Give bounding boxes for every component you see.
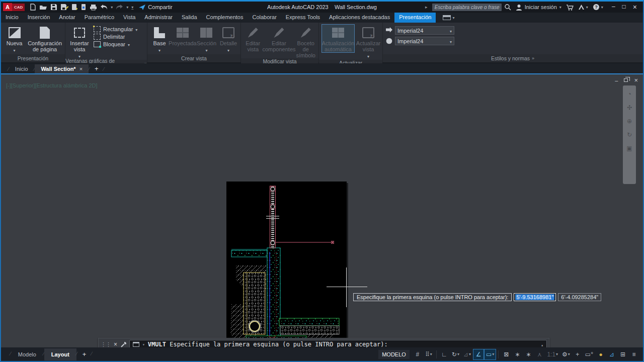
new-drawing-tab-button[interactable]: +: [90, 65, 104, 73]
recent-commands-caret-icon[interactable]: ▾: [142, 342, 145, 347]
command-history-expand-icon[interactable]: [541, 341, 543, 347]
tab-insercion[interactable]: Inserción: [23, 13, 55, 23]
bloquear-caret-icon[interactable]: [128, 41, 130, 47]
zoom-extents-icon[interactable]: ⊕: [627, 118, 632, 125]
annotation-scale-icon[interactable]: ⋏: [534, 349, 544, 359]
insertar-vista-button[interactable]: Insertar vista: [68, 25, 91, 60]
doc-close-button[interactable]: ×: [634, 76, 638, 84]
model-paper-toggle[interactable]: MODELO: [378, 350, 410, 359]
doc-restore-button[interactable]: [624, 78, 628, 82]
workspace-gear-button[interactable]: ⚙▾: [560, 349, 572, 359]
search-input[interactable]: Escriba palabra clave o frase: [432, 4, 502, 11]
standard-select-1[interactable]: Imperial24: [386, 26, 454, 35]
isometric-drafting-toggle[interactable]: ⊿▾: [462, 349, 472, 359]
customize-wrench-icon[interactable]: [120, 341, 127, 347]
tab-colaborar[interactable]: Colaborar: [248, 13, 281, 23]
undo-caret-icon[interactable]: ▾: [111, 5, 113, 10]
standard1-caret-icon[interactable]: [450, 28, 452, 34]
customization-menu-button[interactable]: ≡: [629, 349, 639, 359]
signin-caret-icon[interactable]: ▾: [559, 5, 561, 10]
selection-cycling-toggle[interactable]: ▭°: [584, 349, 595, 359]
autocad-logo-icon[interactable]: A: [3, 3, 12, 11]
minimize-button[interactable]: –: [612, 3, 615, 11]
palette-grip-handle[interactable]: ⋮⋮: [101, 341, 111, 348]
base-button[interactable]: Base: [150, 25, 169, 54]
showmotion-icon[interactable]: ▣: [626, 145, 632, 152]
file-tab-inicio[interactable]: Inicio: [9, 64, 34, 73]
nueva-caret-icon[interactable]: [14, 47, 16, 54]
close-button[interactable]: ×: [633, 3, 637, 11]
dynamic-input-y-field[interactable]: 6'-4.09285284": [558, 293, 601, 301]
tab-salida[interactable]: Salida: [177, 13, 202, 23]
search-expand-icon[interactable]: ▸: [425, 5, 428, 10]
plot-icon[interactable]: [90, 4, 97, 11]
tab-complementos[interactable]: Complementos: [202, 13, 248, 23]
file-tab-close-icon[interactable]: ×: [79, 66, 83, 72]
share-button[interactable]: Compartir: [138, 4, 172, 11]
annotation-monitor-toggle[interactable]: ∗: [523, 349, 533, 359]
tab-presentacion[interactable]: Presentación: [394, 13, 436, 23]
new-layout-button[interactable]: +: [77, 350, 92, 358]
qat-customize-icon[interactable]: ▾̲: [131, 5, 133, 10]
doc-minimize-button[interactable]: –: [615, 77, 618, 83]
object-snap-toggle[interactable]: ▭▾: [485, 349, 496, 359]
autodesk-app-button[interactable]: ▾: [578, 4, 588, 10]
tab-express-tools[interactable]: Express Tools: [281, 13, 325, 23]
panel-label-crear-vista[interactable]: Crear vista: [147, 54, 240, 62]
standard2-caret-icon[interactable]: [450, 38, 452, 44]
signin-button[interactable]: Iniciar sesión ▾: [516, 4, 561, 11]
clean-screen-button[interactable]: ⊞: [618, 349, 628, 359]
redo-caret-icon[interactable]: ▾: [126, 5, 128, 10]
upload-mobile-icon[interactable]: [71, 4, 77, 11]
command-line-palette[interactable]: ⋮⋮ × ▾ VMULT Especifique la primera esqu…: [98, 338, 549, 347]
app-store-cart-icon[interactable]: [566, 4, 574, 11]
rectangular-button[interactable]: Rectangular: [94, 26, 137, 32]
help-search[interactable]: Escriba palabra clave o frase: [432, 4, 511, 11]
snap-toggle[interactable]: ⠿▾: [424, 349, 434, 359]
save-icon[interactable]: [50, 4, 57, 11]
search-icon[interactable]: [504, 4, 511, 11]
redo-icon[interactable]: [116, 4, 123, 10]
viewport-controls-label[interactable]: [-][Superior][Estructura alámbrica 2D]: [6, 82, 98, 88]
panel-label-presentacion[interactable]: Presentación: [1, 54, 65, 62]
grid-toggle[interactable]: #: [413, 349, 423, 359]
navigation-bar[interactable]: ◔ ✣ ⊕ ↻ ▣: [623, 85, 636, 184]
tab-administrar[interactable]: Administrar: [140, 13, 177, 23]
customize-plus-button[interactable]: +: [573, 349, 583, 359]
save-as-icon[interactable]: [60, 4, 68, 11]
recent-commands-icon[interactable]: [133, 342, 139, 347]
layout-tab[interactable]: Layout: [44, 348, 76, 360]
orbit-icon[interactable]: ↻: [627, 131, 632, 138]
tab-anotar[interactable]: Anotar: [54, 13, 79, 23]
nueva-button[interactable]: Nueva: [4, 25, 25, 54]
delimitar-button[interactable]: Delimitar: [94, 34, 137, 40]
rectangular-caret-icon[interactable]: [135, 26, 137, 32]
paper-viewport[interactable]: [226, 182, 347, 347]
standard-select-2[interactable]: Imperial24: [386, 37, 454, 45]
model-space-tab[interactable]: Modelo: [11, 348, 43, 360]
maximize-button[interactable]: □: [622, 3, 626, 11]
ortho-toggle[interactable]: ∟: [439, 349, 449, 359]
file-tab-wall-section[interactable]: Wall Section* ×: [35, 64, 89, 73]
pan-icon[interactable]: ✣: [627, 104, 632, 111]
command-close-icon[interactable]: ×: [113, 341, 118, 347]
object-snap-tracking-toggle[interactable]: ∠: [473, 349, 484, 359]
tab-aplicaciones-destacadas[interactable]: Aplicaciones destacadas: [325, 13, 394, 23]
tab-parametrico[interactable]: Paramétrico: [80, 13, 119, 23]
help-button[interactable]: ? ▾: [593, 4, 603, 11]
graphics-performance-button[interactable]: ⊿: [607, 349, 617, 359]
bloquear-button[interactable]: Bloquear: [94, 41, 137, 47]
panel-label-estilos[interactable]: Estilos y normas: [383, 54, 642, 62]
open-mobile-icon[interactable]: [80, 4, 87, 11]
new-file-icon[interactable]: [30, 4, 36, 11]
polar-tracking-toggle[interactable]: ↻▾: [450, 349, 461, 359]
configuracion-pagina-button[interactable]: Configuración de página: [28, 25, 62, 52]
drawing-canvas[interactable]: [-][Superior][Estructura alámbrica 2D] –…: [1, 73, 643, 347]
annotation-visibility-toggle[interactable]: ⊠: [501, 349, 511, 359]
annotation-autoscale-toggle[interactable]: ∗: [512, 349, 522, 359]
ribbon-display-toggle[interactable]: ▾: [443, 13, 454, 23]
command-input[interactable]: ▾ VMULT Especifique la primera esquina (…: [129, 340, 547, 348]
tab-vista[interactable]: Vista: [119, 13, 140, 23]
annotation-scale-value[interactable]: 1:1▾: [545, 349, 559, 359]
tab-inicio[interactable]: Inicio: [1, 13, 23, 23]
